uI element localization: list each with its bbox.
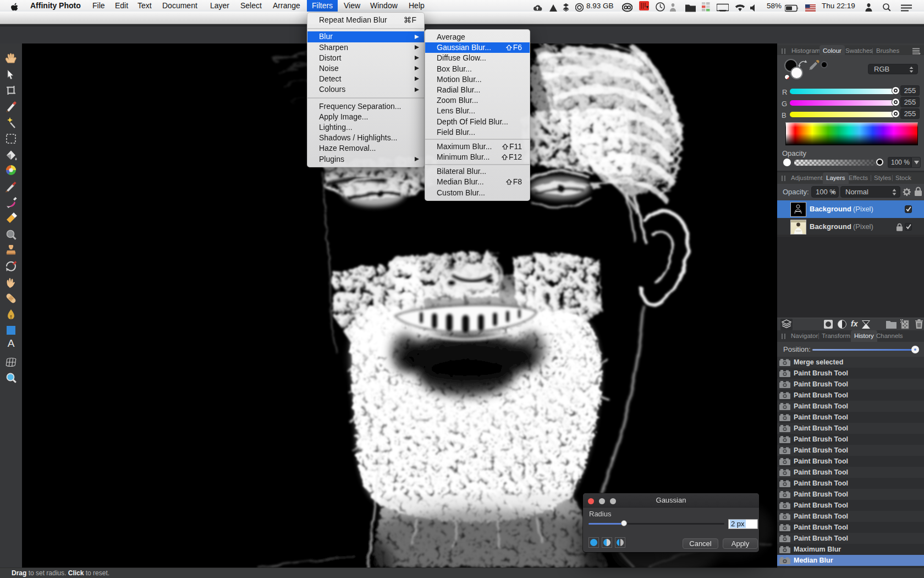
svg-text:A: A	[8, 337, 15, 349]
